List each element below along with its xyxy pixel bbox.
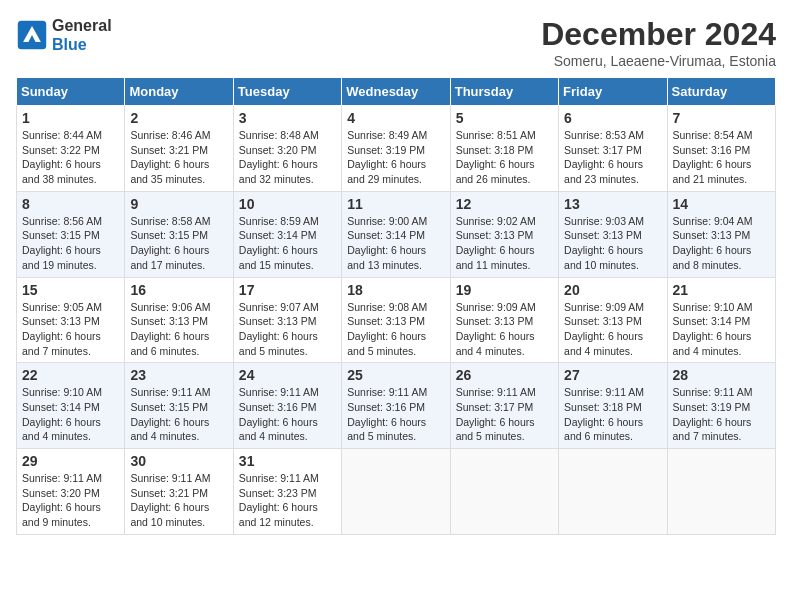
day-info: Sunrise: 9:11 AMSunset: 3:18 PMDaylight:… [564, 385, 661, 444]
calendar-cell [667, 449, 775, 535]
day-number: 3 [239, 110, 336, 126]
day-number: 29 [22, 453, 119, 469]
calendar-week-3: 15Sunrise: 9:05 AMSunset: 3:13 PMDayligh… [17, 277, 776, 363]
calendar-cell: 15Sunrise: 9:05 AMSunset: 3:13 PMDayligh… [17, 277, 125, 363]
day-info: Sunrise: 8:48 AMSunset: 3:20 PMDaylight:… [239, 128, 336, 187]
day-info: Sunrise: 9:11 AMSunset: 3:16 PMDaylight:… [347, 385, 444, 444]
calendar-header: SundayMondayTuesdayWednesdayThursdayFrid… [17, 78, 776, 106]
calendar-cell: 18Sunrise: 9:08 AMSunset: 3:13 PMDayligh… [342, 277, 450, 363]
day-info: Sunrise: 9:02 AMSunset: 3:13 PMDaylight:… [456, 214, 553, 273]
day-header-thursday: Thursday [450, 78, 558, 106]
day-number: 24 [239, 367, 336, 383]
calendar-cell: 16Sunrise: 9:06 AMSunset: 3:13 PMDayligh… [125, 277, 233, 363]
day-info: Sunrise: 8:46 AMSunset: 3:21 PMDaylight:… [130, 128, 227, 187]
day-number: 15 [22, 282, 119, 298]
day-header-monday: Monday [125, 78, 233, 106]
day-number: 21 [673, 282, 770, 298]
day-number: 19 [456, 282, 553, 298]
day-header-sunday: Sunday [17, 78, 125, 106]
title-block: December 2024 Someru, Laeaene-Virumaa, E… [541, 16, 776, 69]
day-number: 10 [239, 196, 336, 212]
calendar-cell: 26Sunrise: 9:11 AMSunset: 3:17 PMDayligh… [450, 363, 558, 449]
day-number: 23 [130, 367, 227, 383]
day-info: Sunrise: 9:04 AMSunset: 3:13 PMDaylight:… [673, 214, 770, 273]
calendar-cell: 2Sunrise: 8:46 AMSunset: 3:21 PMDaylight… [125, 106, 233, 192]
day-info: Sunrise: 9:09 AMSunset: 3:13 PMDaylight:… [456, 300, 553, 359]
calendar-cell: 29Sunrise: 9:11 AMSunset: 3:20 PMDayligh… [17, 449, 125, 535]
day-number: 27 [564, 367, 661, 383]
logo-general: General [52, 17, 112, 34]
day-number: 4 [347, 110, 444, 126]
calendar-cell: 22Sunrise: 9:10 AMSunset: 3:14 PMDayligh… [17, 363, 125, 449]
days-of-week-row: SundayMondayTuesdayWednesdayThursdayFrid… [17, 78, 776, 106]
day-info: Sunrise: 9:11 AMSunset: 3:23 PMDaylight:… [239, 471, 336, 530]
calendar-cell: 20Sunrise: 9:09 AMSunset: 3:13 PMDayligh… [559, 277, 667, 363]
calendar-cell: 6Sunrise: 8:53 AMSunset: 3:17 PMDaylight… [559, 106, 667, 192]
calendar-cell: 30Sunrise: 9:11 AMSunset: 3:21 PMDayligh… [125, 449, 233, 535]
day-info: Sunrise: 9:09 AMSunset: 3:13 PMDaylight:… [564, 300, 661, 359]
day-info: Sunrise: 9:11 AMSunset: 3:17 PMDaylight:… [456, 385, 553, 444]
day-info: Sunrise: 8:56 AMSunset: 3:15 PMDaylight:… [22, 214, 119, 273]
calendar-cell [559, 449, 667, 535]
day-info: Sunrise: 9:07 AMSunset: 3:13 PMDaylight:… [239, 300, 336, 359]
day-info: Sunrise: 9:06 AMSunset: 3:13 PMDaylight:… [130, 300, 227, 359]
page-header: General Blue December 2024 Someru, Laeae… [16, 16, 776, 69]
day-header-friday: Friday [559, 78, 667, 106]
day-number: 20 [564, 282, 661, 298]
calendar-week-2: 8Sunrise: 8:56 AMSunset: 3:15 PMDaylight… [17, 191, 776, 277]
calendar-cell: 13Sunrise: 9:03 AMSunset: 3:13 PMDayligh… [559, 191, 667, 277]
day-number: 16 [130, 282, 227, 298]
day-info: Sunrise: 8:59 AMSunset: 3:14 PMDaylight:… [239, 214, 336, 273]
day-info: Sunrise: 8:49 AMSunset: 3:19 PMDaylight:… [347, 128, 444, 187]
day-number: 14 [673, 196, 770, 212]
day-info: Sunrise: 8:58 AMSunset: 3:15 PMDaylight:… [130, 214, 227, 273]
calendar-cell: 12Sunrise: 9:02 AMSunset: 3:13 PMDayligh… [450, 191, 558, 277]
calendar-cell [342, 449, 450, 535]
day-info: Sunrise: 9:11 AMSunset: 3:15 PMDaylight:… [130, 385, 227, 444]
calendar-cell: 9Sunrise: 8:58 AMSunset: 3:15 PMDaylight… [125, 191, 233, 277]
logo-text: General Blue [52, 16, 112, 54]
day-info: Sunrise: 9:00 AMSunset: 3:14 PMDaylight:… [347, 214, 444, 273]
day-info: Sunrise: 9:10 AMSunset: 3:14 PMDaylight:… [673, 300, 770, 359]
day-header-tuesday: Tuesday [233, 78, 341, 106]
day-info: Sunrise: 9:03 AMSunset: 3:13 PMDaylight:… [564, 214, 661, 273]
calendar-cell: 3Sunrise: 8:48 AMSunset: 3:20 PMDaylight… [233, 106, 341, 192]
day-info: Sunrise: 9:10 AMSunset: 3:14 PMDaylight:… [22, 385, 119, 444]
calendar-cell: 25Sunrise: 9:11 AMSunset: 3:16 PMDayligh… [342, 363, 450, 449]
day-number: 7 [673, 110, 770, 126]
calendar-cell [450, 449, 558, 535]
day-number: 9 [130, 196, 227, 212]
month-title: December 2024 [541, 16, 776, 53]
day-number: 30 [130, 453, 227, 469]
day-number: 12 [456, 196, 553, 212]
calendar-cell: 11Sunrise: 9:00 AMSunset: 3:14 PMDayligh… [342, 191, 450, 277]
day-number: 22 [22, 367, 119, 383]
calendar-cell: 1Sunrise: 8:44 AMSunset: 3:22 PMDaylight… [17, 106, 125, 192]
day-info: Sunrise: 8:44 AMSunset: 3:22 PMDaylight:… [22, 128, 119, 187]
calendar-cell: 7Sunrise: 8:54 AMSunset: 3:16 PMDaylight… [667, 106, 775, 192]
day-number: 8 [22, 196, 119, 212]
day-info: Sunrise: 9:11 AMSunset: 3:19 PMDaylight:… [673, 385, 770, 444]
calendar-cell: 23Sunrise: 9:11 AMSunset: 3:15 PMDayligh… [125, 363, 233, 449]
day-info: Sunrise: 8:54 AMSunset: 3:16 PMDaylight:… [673, 128, 770, 187]
day-info: Sunrise: 8:51 AMSunset: 3:18 PMDaylight:… [456, 128, 553, 187]
location-subtitle: Someru, Laeaene-Virumaa, Estonia [541, 53, 776, 69]
day-info: Sunrise: 9:05 AMSunset: 3:13 PMDaylight:… [22, 300, 119, 359]
day-number: 26 [456, 367, 553, 383]
day-info: Sunrise: 9:11 AMSunset: 3:20 PMDaylight:… [22, 471, 119, 530]
day-info: Sunrise: 8:53 AMSunset: 3:17 PMDaylight:… [564, 128, 661, 187]
calendar-cell: 27Sunrise: 9:11 AMSunset: 3:18 PMDayligh… [559, 363, 667, 449]
day-header-wednesday: Wednesday [342, 78, 450, 106]
day-number: 17 [239, 282, 336, 298]
calendar-cell: 24Sunrise: 9:11 AMSunset: 3:16 PMDayligh… [233, 363, 341, 449]
calendar-cell: 10Sunrise: 8:59 AMSunset: 3:14 PMDayligh… [233, 191, 341, 277]
calendar-cell: 28Sunrise: 9:11 AMSunset: 3:19 PMDayligh… [667, 363, 775, 449]
day-number: 2 [130, 110, 227, 126]
day-info: Sunrise: 9:08 AMSunset: 3:13 PMDaylight:… [347, 300, 444, 359]
day-number: 5 [456, 110, 553, 126]
calendar-cell: 17Sunrise: 9:07 AMSunset: 3:13 PMDayligh… [233, 277, 341, 363]
day-header-saturday: Saturday [667, 78, 775, 106]
day-number: 28 [673, 367, 770, 383]
day-number: 11 [347, 196, 444, 212]
calendar-cell: 21Sunrise: 9:10 AMSunset: 3:14 PMDayligh… [667, 277, 775, 363]
